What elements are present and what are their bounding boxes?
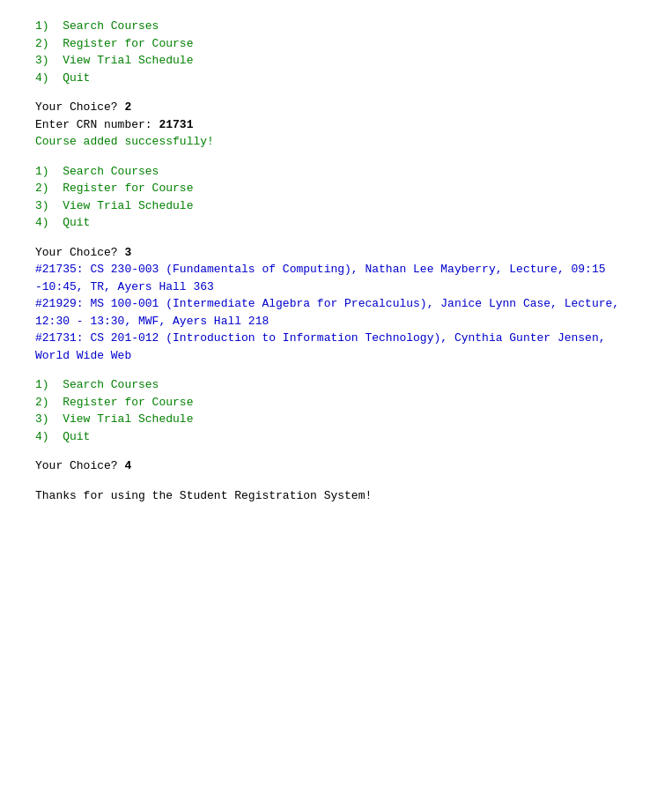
course-line-2: #21929: MS 100-001 (Intermediate Algebra… (35, 295, 637, 330)
course-line-3: #21731: CS 201-012 (Introduction to Info… (35, 330, 637, 364)
menu-item-1-1: 1) Search Courses (35, 18, 637, 35)
menu-item-3-1: 1) Search Courses (35, 376, 637, 394)
menu-item-2-3: 3) View Trial Schedule (35, 197, 637, 215)
choice-prompt-1: Your Choice? 2 (35, 99, 637, 116)
menu-item-3-3: 3) View Trial Schedule (35, 411, 637, 428)
success-message: Course added successfully! (35, 133, 637, 151)
menu-item-2-1: 1) Search Courses (35, 163, 637, 181)
menu-block-2: 1) Search Courses 2) Register for Course… (35, 163, 637, 232)
menu-item-3-4: 4) Quit (35, 428, 637, 446)
menu-item-1-2: 2) Register for Course (35, 35, 637, 53)
prompt-block-1: Your Choice? 2 Enter CRN number: 21731 C… (35, 99, 637, 151)
choice-prompt-2: Your Choice? 3 (35, 244, 637, 262)
terminal-output: 1) Search Courses 2) Register for Course… (35, 18, 637, 504)
menu-item-3-2: 2) Register for Course (35, 394, 637, 412)
prompt-block-2: Your Choice? 3 #21735: CS 230-003 (Funda… (35, 244, 637, 365)
menu-item-2-4: 4) Quit (35, 214, 637, 232)
prompt-block-3: Your Choice? 4 (35, 457, 637, 475)
menu-block-3: 1) Search Courses 2) Register for Course… (35, 376, 637, 445)
choice-prompt-3: Your Choice? 4 (35, 457, 637, 475)
course-line-1: #21735: CS 230-003 (Fundamentals of Comp… (35, 261, 637, 295)
menu-block-1: 1) Search Courses 2) Register for Course… (35, 18, 637, 86)
farewell-message: Thanks for using the Student Registratio… (35, 487, 637, 505)
menu-item-1-4: 4) Quit (35, 70, 637, 87)
crn-prompt: Enter CRN number: 21731 (35, 116, 637, 134)
menu-item-1-3: 3) View Trial Schedule (35, 52, 637, 70)
menu-item-2-2: 2) Register for Course (35, 180, 637, 197)
